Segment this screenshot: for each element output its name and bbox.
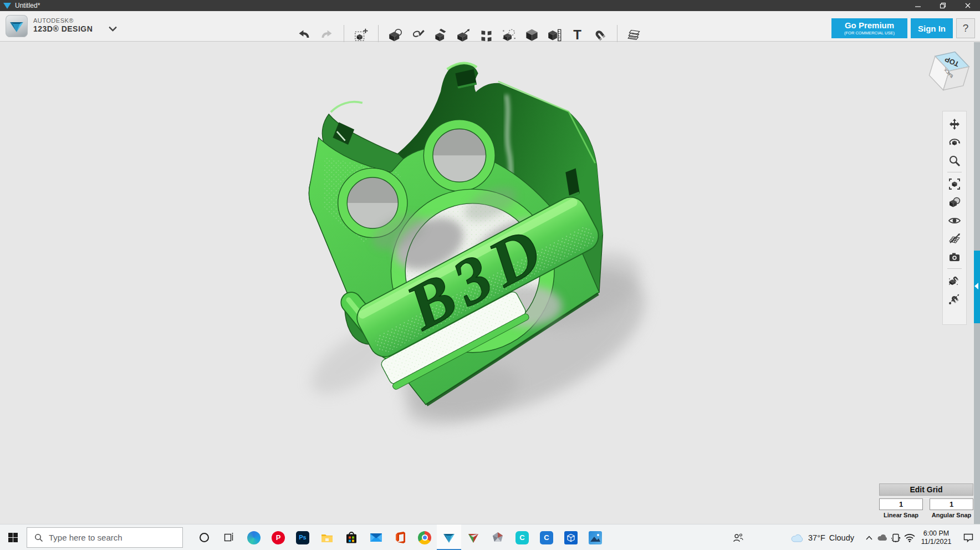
- onedrive-cloud-icon: [877, 534, 888, 541]
- angular-snap-label: Angular Snap: [930, 512, 973, 518]
- taskbar-app-meshlab[interactable]: [486, 524, 510, 550]
- close-button[interactable]: [955, 0, 980, 11]
- taskbar-app-cura[interactable]: C: [510, 524, 534, 550]
- taskbar-app-pinterest[interactable]: P: [266, 524, 290, 550]
- tray-time: 6:00 PM: [923, 529, 950, 538]
- meshlab-icon: [491, 531, 504, 544]
- device-link-icon: [891, 533, 901, 543]
- taskbar-clock[interactable]: 6:00 PM 11/1/2021: [919, 524, 953, 550]
- main-menu-chevron-icon[interactable]: [109, 23, 118, 32]
- taskbar-app-3d-builder[interactable]: [559, 524, 583, 550]
- taskbar-app-meshmixer[interactable]: [461, 524, 486, 550]
- file-explorer-icon: [320, 531, 334, 544]
- people-icon: [733, 532, 744, 543]
- hole-right: [423, 120, 495, 191]
- brand-123d-design: 123D® DESIGN: [33, 24, 93, 33]
- hide-sketches-button[interactable]: [946, 231, 963, 247]
- go-premium-label: Go Premium: [831, 21, 907, 30]
- 3d-viewport[interactable]: B3D TOP BACK: [0, 42, 980, 524]
- go-premium-button[interactable]: Go Premium (FOR COMMERCIAL USE): [831, 18, 907, 38]
- edit-grid-button[interactable]: Edit Grid: [879, 483, 973, 496]
- rail-separator: [947, 172, 962, 172]
- app-window-icon: [3, 3, 11, 9]
- task-view-icon: [223, 532, 234, 543]
- brand-autodesk: AUTODESK®: [33, 17, 93, 24]
- task-view-button[interactable]: [216, 524, 241, 550]
- windows-taskbar: P Ps C C: [0, 524, 980, 550]
- search-input[interactable]: [49, 533, 182, 542]
- cura-blue-icon: C: [540, 531, 553, 544]
- taskbar-search-box[interactable]: [27, 527, 183, 548]
- rail-separator: [947, 268, 962, 269]
- model-3d-render[interactable]: B3D: [0, 42, 980, 524]
- start-button[interactable]: [0, 524, 26, 550]
- taskbar-app-chrome[interactable]: [412, 524, 437, 550]
- windows-logo-icon: [8, 533, 18, 542]
- prong-edge-highlight: [331, 102, 363, 112]
- view-cube[interactable]: TOP BACK: [922, 47, 976, 96]
- app-logo-icon[interactable]: [6, 15, 28, 37]
- zoom-fit-button[interactable]: [946, 176, 963, 192]
- wifi-icon: [904, 533, 915, 542]
- office-icon: [394, 531, 407, 544]
- text-tool-glyph: T: [573, 28, 581, 42]
- mail-icon: [369, 531, 383, 544]
- angular-snap-input[interactable]: [930, 498, 973, 510]
- taskbar-app-mail[interactable]: [364, 524, 388, 550]
- panel-flyout-handle[interactable]: [974, 251, 980, 323]
- shading-mode-button[interactable]: [946, 195, 963, 210]
- sign-in-button[interactable]: Sign In: [911, 18, 953, 38]
- flyout-arrow-icon: [974, 283, 978, 289]
- pan-tool-button[interactable]: [946, 116, 963, 132]
- cura-icon: C: [515, 531, 529, 544]
- taskbar-app-photos[interactable]: [583, 524, 608, 550]
- chevron-up-icon: [866, 536, 872, 540]
- screenshot-button[interactable]: [946, 249, 963, 265]
- orbit-tool-button[interactable]: [946, 135, 963, 150]
- onedrive-button[interactable]: [876, 524, 889, 550]
- brand-block: AUTODESK® 123D® DESIGN: [33, 17, 93, 33]
- view-tools-rail: [942, 111, 967, 325]
- weather-widget[interactable]: 37°F Cloudy: [786, 524, 859, 550]
- edit-grid-panel: Edit Grid Linear Snap Angular Snap: [879, 483, 973, 518]
- restore-button[interactable]: [930, 0, 955, 11]
- notification-icon: [963, 532, 974, 543]
- weather-cloud-icon: [791, 533, 804, 543]
- zoom-tool-button[interactable]: [946, 153, 963, 169]
- go-premium-sublabel: (FOR COMMERCIAL USE): [831, 30, 907, 35]
- taskbar-app-photoshop-express[interactable]: Ps: [290, 524, 315, 550]
- help-button[interactable]: ?: [956, 18, 975, 38]
- search-icon: [34, 533, 43, 542]
- window-controls: [905, 0, 980, 11]
- app-toolbar: AUTODESK® 123D® DESIGN: [0, 11, 980, 42]
- linear-snap-label: Linear Snap: [879, 512, 923, 518]
- tray-date: 11/1/2021: [921, 538, 952, 546]
- taskbar-app-edge[interactable]: [242, 524, 266, 550]
- minimize-button[interactable]: [905, 0, 930, 11]
- taskbar-app-cura-blue[interactable]: C: [534, 524, 559, 550]
- people-button[interactable]: [727, 524, 749, 550]
- tray-expand-button[interactable]: [862, 524, 876, 550]
- meshmixer-icon: [467, 531, 480, 544]
- wifi-button[interactable]: [902, 524, 917, 550]
- weather-temp: 37°F: [808, 533, 825, 542]
- taskbar-app-store[interactable]: [339, 524, 364, 550]
- 3d-builder-icon: [564, 531, 578, 544]
- snap-object-button[interactable]: [946, 273, 963, 288]
- taskbar-app-123d-design[interactable]: [437, 524, 461, 550]
- edge-icon: [247, 531, 261, 544]
- action-center-button[interactable]: [957, 524, 980, 550]
- visibility-button[interactable]: [946, 213, 963, 228]
- chrome-icon: [418, 531, 431, 544]
- your-phone-button[interactable]: [889, 524, 902, 550]
- taskbar-app-file-explorer[interactable]: [315, 524, 339, 550]
- window-title: Untitled*: [15, 2, 40, 9]
- taskbar-app-office[interactable]: [388, 524, 412, 550]
- unsnap-object-button[interactable]: [946, 291, 963, 307]
- linear-snap-input[interactable]: [879, 498, 923, 510]
- 123d-design-icon: [442, 531, 456, 545]
- photoshop-express-icon: Ps: [296, 531, 309, 544]
- cortana-icon: [200, 533, 209, 542]
- pinterest-icon: P: [272, 531, 285, 544]
- cortana-button[interactable]: [192, 524, 216, 550]
